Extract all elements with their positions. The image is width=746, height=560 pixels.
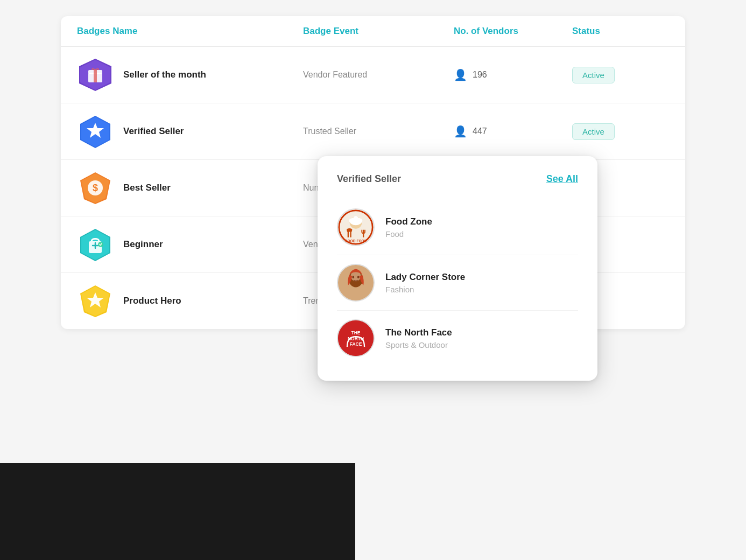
status-cell: Active (572, 123, 669, 140)
vendor-info: Food Zone Food (385, 216, 432, 239)
svg-text:THE: THE (351, 330, 361, 335)
svg-text:FACE: FACE (350, 341, 362, 347)
col-header-badge-event: Badge Event (303, 26, 454, 37)
vendor-popup: Verified Seller See All (318, 156, 597, 381)
vendor-category: Fashion (385, 285, 465, 294)
svg-text:$: $ (93, 183, 98, 193)
badge-event-cell: Vendor Featured (303, 70, 454, 80)
badge-name-cell: Product Hero (77, 283, 303, 319)
vendor-count-cell: 👤 447 (454, 125, 572, 138)
table-row: Seller of the month Vendor Featured 👤 19… (61, 47, 685, 103)
beginner-icon (77, 226, 114, 263)
product-hero-icon (77, 283, 114, 319)
svg-text:GOOD FOOD: GOOD FOOD (344, 239, 367, 243)
best-seller-icon: $ (77, 170, 114, 206)
vendor-list-item[interactable]: GOOD FOOD Food Zone Food (337, 200, 578, 255)
status-badge: Active (572, 123, 615, 140)
verified-seller-icon (77, 113, 114, 150)
dark-overlay (0, 463, 355, 560)
vendor-count-value: 447 (473, 127, 487, 136)
seller-of-month-icon (77, 57, 114, 93)
popup-title: Verified Seller (337, 173, 401, 185)
badge-event-cell: Trusted Seller (303, 127, 454, 136)
popup-header: Verified Seller See All (337, 173, 578, 185)
vendor-list-item[interactable]: THE NORTH FACE The North Face Sports & O… (337, 311, 578, 366)
badge-name-label: Seller of the month (123, 69, 206, 80)
svg-point-15 (358, 219, 363, 223)
vendor-name: Food Zone (385, 216, 432, 227)
col-header-badge-name: Badges Name (77, 26, 303, 37)
vendor-count-icon: 👤 (454, 68, 467, 81)
badge-name-cell: $ Best Seller (77, 170, 303, 206)
badge-name-label: Beginner (123, 239, 163, 250)
vendor-avatar (337, 264, 375, 302)
badge-name-label: Product Hero (123, 296, 181, 306)
badge-name-cell: Verified Seller (77, 113, 303, 150)
svg-point-24 (352, 276, 354, 278)
svg-point-14 (349, 219, 354, 223)
see-all-link[interactable]: See All (546, 173, 578, 185)
vendor-count-cell: 👤 196 (454, 68, 572, 81)
vendor-count-value: 196 (473, 70, 487, 80)
vendor-category: Sports & Outdoor (385, 340, 452, 349)
vendor-name: The North Face (385, 327, 452, 338)
badge-name-cell: Beginner (77, 226, 303, 263)
vendor-info: Lady Corner Store Fashion (385, 272, 465, 294)
vendor-avatar: THE NORTH FACE (337, 319, 375, 357)
svg-point-25 (357, 276, 360, 278)
vendor-category: Food (385, 229, 432, 239)
vendor-list-item[interactable]: Lady Corner Store Fashion (337, 255, 578, 311)
badge-name-cell: Seller of the month (77, 57, 303, 93)
svg-rect-3 (94, 70, 97, 82)
svg-point-13 (353, 216, 358, 221)
vendor-avatar: GOOD FOOD (337, 208, 375, 246)
vendor-count-icon: 👤 (454, 125, 467, 138)
vendor-name: Lady Corner Store (385, 272, 465, 283)
status-badge: Active (572, 67, 615, 83)
table-row: Verified Seller Trusted Seller 👤 447 Act… (61, 103, 685, 160)
badge-name-label: Verified Seller (123, 126, 184, 137)
status-cell: Active (572, 67, 669, 83)
col-header-status: Status (572, 26, 669, 37)
vendor-info: The North Face Sports & Outdoor (385, 327, 452, 349)
badge-name-label: Best Seller (123, 183, 171, 193)
table-header: Badges Name Badge Event No. of Vendors S… (61, 16, 685, 47)
col-header-vendor-count: No. of Vendors (454, 26, 572, 37)
